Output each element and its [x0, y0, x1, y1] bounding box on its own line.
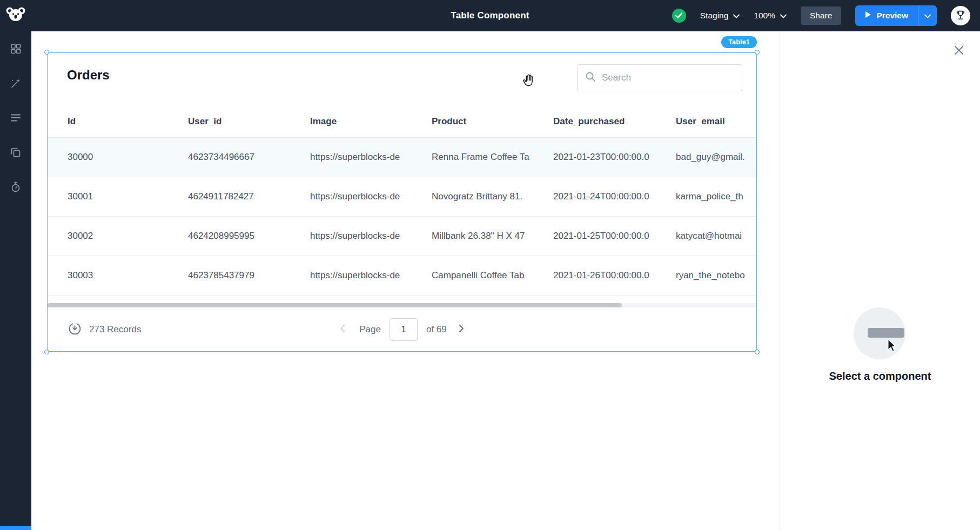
scrollbar-thumb[interactable] [48, 303, 622, 307]
column-header-image[interactable]: Image [310, 116, 432, 127]
empty-state-title: Select a component [780, 370, 980, 383]
table-row[interactable]: 30002 4624208995995 https://superblocks-… [48, 217, 756, 256]
cell-id: 30003 [68, 270, 188, 281]
cell-user-email: katycat@hotmai [676, 231, 756, 241]
component-placeholder-shape [868, 328, 904, 338]
cell-image: https://superblocks-de [310, 231, 432, 241]
wand-sparkle-icon [10, 77, 22, 91]
zoom-label: 100% [754, 11, 775, 21]
previous-page-button[interactable] [339, 324, 345, 334]
cell-product: Millbank 26.38" H X 47 [432, 231, 553, 241]
table-footer: 273 Records Page of 69 [48, 307, 756, 351]
table-title: Orders [67, 68, 110, 83]
cell-date-purchased: 2021-01-24T00:00:00.0 [553, 191, 676, 202]
search-icon [585, 71, 596, 84]
chevron-down-icon [733, 11, 740, 21]
play-icon [865, 11, 871, 21]
topbar: Table Component Staging 100% Share [0, 0, 980, 31]
sidebar-item-timers[interactable] [6, 178, 25, 197]
cell-user-id: 4623734496667 [188, 152, 310, 163]
column-header-user-id[interactable]: User_id [188, 116, 310, 127]
cell-date-purchased: 2021-01-25T00:00:00.0 [553, 231, 676, 241]
download-button[interactable] [68, 321, 82, 338]
koala-logo-icon [6, 6, 25, 25]
app-logo[interactable] [0, 6, 31, 25]
close-panel-button[interactable] [954, 45, 964, 57]
resize-handle-top-right[interactable] [755, 50, 760, 55]
topbar-actions: Staging 100% Share Preview [672, 5, 980, 26]
horizontal-scrollbar [48, 303, 756, 307]
share-button[interactable]: Share [801, 6, 841, 25]
sidebar-item-queries[interactable] [6, 109, 25, 128]
achievements-button[interactable] [951, 6, 970, 25]
cell-id: 30000 [68, 152, 188, 163]
cell-image: https://superblocks-de [310, 270, 432, 281]
preview-options-button[interactable] [918, 5, 937, 26]
chevron-down-icon [924, 12, 931, 20]
resize-handle-bottom-left[interactable] [44, 350, 49, 354]
properties-panel: Select a component [780, 31, 980, 530]
widget-name-badge[interactable]: Table1 [721, 36, 757, 48]
sidebar-item-components[interactable] [6, 40, 25, 58]
page-label: Page [359, 324, 381, 335]
cell-user-email: karma_police_th [676, 191, 756, 202]
table-row[interactable]: 30001 4624911782427 https://superblocks-… [48, 177, 756, 217]
page-title: Table Component [451, 10, 529, 21]
preview-button[interactable]: Preview [855, 5, 918, 26]
cell-user-id: 4624208995995 [188, 231, 310, 241]
cell-id: 30001 [68, 191, 188, 202]
cell-user-email: bad_guy@gmail. [676, 152, 756, 163]
footer-left: 273 Records [68, 321, 141, 338]
cell-date-purchased: 2021-01-23T00:00:00.0 [553, 152, 676, 163]
column-header-product[interactable]: Product [432, 116, 553, 127]
chevron-left-icon [339, 324, 345, 334]
grid-icon [10, 43, 22, 56]
table-row[interactable]: 30003 4623785437979 https://superblocks-… [48, 256, 756, 296]
cell-product: Renna Frame Coffee Ta [432, 152, 553, 163]
frames-icon [10, 146, 22, 160]
open-hand-cursor-icon [522, 73, 537, 91]
list-icon [10, 112, 22, 125]
search-input[interactable] [602, 72, 734, 83]
column-header-user-email[interactable]: User_email [676, 116, 756, 127]
resize-handle-bottom-right[interactable] [755, 350, 760, 354]
table-search [577, 64, 742, 91]
cell-id: 30002 [68, 231, 188, 241]
cell-user-id: 4623785437979 [188, 270, 310, 281]
close-icon [954, 49, 964, 57]
environment-dropdown[interactable]: Staging [700, 11, 740, 21]
zoom-dropdown[interactable]: 100% [754, 11, 787, 21]
cell-image: https://superblocks-de [310, 191, 432, 202]
table-row[interactable]: 30000 4623734496667 https://superblocks-… [48, 138, 756, 177]
sidebar-item-actions[interactable] [6, 75, 25, 93]
resize-handle-top-left[interactable] [44, 50, 49, 55]
sidebar-item-frames[interactable] [6, 144, 25, 162]
chevron-right-icon [459, 324, 465, 334]
chevron-down-icon [780, 11, 787, 21]
cell-product: Campanelli Coffee Tab [432, 270, 553, 281]
table-column-headers: Id User_id Image Product Date_purchased … [48, 105, 756, 138]
pagination: Page of 69 [339, 318, 465, 341]
cell-date-purchased: 2021-01-26T00:00:00.0 [553, 270, 676, 281]
download-icon [68, 321, 82, 338]
app-root: Table Component Staging 100% Share [0, 0, 980, 530]
record-count: 273 Records [89, 324, 141, 335]
deploy-status-icon [672, 9, 686, 23]
page-number-input[interactable] [390, 318, 418, 341]
cell-image: https://superblocks-de [310, 152, 432, 163]
table-header-bar: Orders [48, 53, 756, 105]
column-header-date-purchased[interactable]: Date_purchased [553, 116, 676, 127]
cell-user-id: 4624911782427 [188, 191, 310, 202]
environment-label: Staging [700, 11, 729, 21]
arrow-cursor-icon [886, 339, 898, 354]
preview-split-button: Preview [855, 5, 937, 26]
preview-label: Preview [876, 11, 908, 21]
stopwatch-icon [10, 181, 22, 194]
table-widget[interactable]: Table1 Orders Id User_id Image Product D… [47, 52, 757, 352]
trophy-icon [955, 9, 966, 23]
cell-user-email: ryan_the_notebo [676, 270, 756, 281]
next-page-button[interactable] [459, 324, 465, 334]
page-total-label: of 69 [426, 324, 447, 335]
column-header-id[interactable]: Id [68, 116, 188, 127]
bottom-panel-indicator [0, 526, 31, 530]
